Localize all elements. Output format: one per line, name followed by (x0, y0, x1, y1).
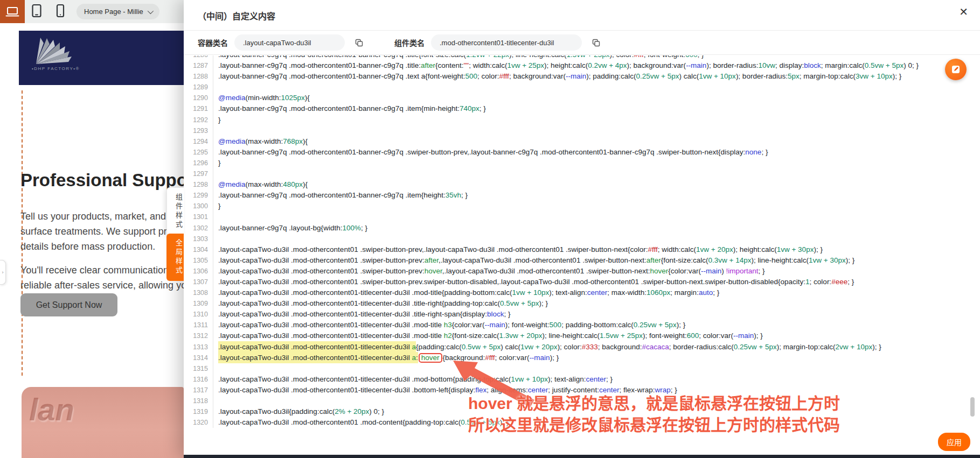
container-class-input[interactable]: .layout-capaTwo-du3il (234, 34, 345, 51)
code-line: 1296} (184, 158, 980, 168)
code-line: 1298@media(max-width:480px){ (184, 179, 980, 190)
code-line: 1288.layout-banner-c9g7q .mod-otherconte… (184, 71, 980, 82)
apply-button[interactable]: 应用 (938, 433, 970, 451)
close-icon[interactable]: ✕ (959, 6, 968, 17)
code-line: 1311.layout-capaTwo-du3il .mod-othercont… (184, 320, 980, 330)
tab-global-style[interactable]: 全局样式 (166, 234, 184, 281)
code-line: 1292} (184, 115, 980, 125)
classname-form-row: 容器类名 .layout-capaTwo-du3il 组件类名 .mod-oth… (184, 30, 980, 55)
code-line: 1304.layout-capaTwo-du3il .mod-othercont… (184, 244, 980, 255)
tablet-device-button[interactable] (25, 0, 48, 23)
container-class-label: 容器类名 (198, 37, 228, 48)
preview-paragraph-2: You'll receive clear communication, prac… (20, 263, 184, 293)
page-selector-label: Home Page - Millie (84, 8, 143, 16)
expand-arrow-icon: › (2, 270, 4, 275)
code-line: 1310.layout-capaTwo-du3il .mod-othercont… (184, 309, 980, 320)
preview-heading: Professional Support S (20, 170, 184, 191)
code-line: 1315 (184, 363, 980, 374)
preview-paragraph-1: Tell us your products, market, and goals… (20, 209, 184, 254)
device-toolbar: Home Page - Millie (0, 0, 184, 23)
code-line: 1294@media(max-width:768px){ (184, 136, 980, 147)
fan-logo (31, 36, 85, 67)
site-banner: •DHP FACTORY•® (19, 31, 184, 85)
tab-component-style[interactable]: 组件样式 (166, 187, 184, 236)
code-line: 1303 (184, 234, 980, 244)
copy-component-class-button[interactable] (588, 35, 603, 50)
code-line: 1312.layout-capaTwo-du3il .mod-othercont… (184, 330, 980, 341)
paragraph-line: reliable after-sales service, allowing y… (20, 278, 184, 293)
paragraph-line: details before mass production. (20, 239, 184, 254)
code-line: 1289 (184, 82, 980, 93)
preview-product-image: lan (22, 387, 184, 458)
code-line: 1295.layout-banner-c9g7q .mod-otherconte… (184, 147, 980, 158)
page-preview-canvas: Home Page - Millie •DH (0, 0, 184, 458)
get-support-button[interactable]: Get Support Now (20, 293, 117, 316)
bottom-dark-strip (184, 455, 980, 458)
custom-content-panel: （中间）自定义内容 ✕ 容器类名 .layout-capaTwo-du3il 组… (184, 0, 980, 458)
code-line: 1318 (184, 396, 980, 406)
code-line: 1290@media(min-width:1025px){ (184, 93, 980, 103)
laptop-icon (5, 6, 19, 18)
component-class-input[interactable]: .mod-othercontent01-titlecenter-du3il (431, 34, 582, 51)
smartphone-icon (56, 4, 65, 20)
tablet-icon (31, 4, 42, 20)
code-lines: 1286.layout-banner-c9g7q .mod-otherconte… (184, 55, 980, 428)
code-line: 1319.layout-capaTwo-du3il{padding:calc(2… (184, 406, 980, 417)
feedback-badge-button[interactable] (945, 59, 967, 80)
copy-icon (355, 39, 363, 47)
code-line: 1314.layout-capaTwo-du3il .mod-othercont… (184, 353, 980, 363)
code-line: 1286.layout-banner-c9g7q .mod-otherconte… (184, 55, 980, 60)
code-line: 1299.layout-banner-c9g7q .mod-otherconte… (184, 190, 980, 201)
code-line: 1293 (184, 125, 980, 136)
code-line: 1297 (184, 168, 980, 179)
hover-keyword-highlight-box: hover (419, 353, 442, 363)
paragraph-line: You'll receive clear communication, prac… (20, 263, 184, 278)
copy-container-class-button[interactable] (351, 35, 366, 50)
code-line: 1306.layout-capaTwo-du3il .mod-othercont… (184, 266, 980, 277)
code-line: 1313.layout-capaTwo-du3il .mod-othercont… (184, 342, 980, 353)
paragraph-line: surface treatments. We support prototypi… (20, 224, 184, 239)
code-line: 1301 (184, 212, 980, 222)
component-class-label: 组件类名 (394, 37, 425, 48)
code-line: 1291.layout-banner-c9g7q .mod-otherconte… (184, 103, 980, 114)
code-line: 1302.layout-banner-c9g7q .layout-bg{widt… (184, 223, 980, 234)
code-line: 1320.layout-capaTwo-du3il .mod-othercont… (184, 417, 980, 428)
mobile-device-button[interactable] (48, 0, 72, 23)
code-line: 1287.layout-banner-c9g7q .mod-otherconte… (184, 60, 980, 71)
image-embossed-text: lan (29, 391, 74, 427)
code-line: 1308.layout-capaTwo-du3il .mod-othercont… (184, 287, 980, 298)
code-line: 1316.layout-capaTwo-du3il .mod-othercont… (184, 374, 980, 385)
edit-note-icon (950, 64, 961, 75)
copy-icon (592, 39, 600, 47)
code-line: 1309.layout-capaTwo-du3il .mod-othercont… (184, 298, 980, 309)
editor-window: Home Page - Millie •DH (0, 0, 980, 458)
css-code-editor[interactable]: 1286.layout-banner-c9g7q .mod-otherconte… (184, 55, 980, 455)
sidebar-collapse-handle[interactable]: › (0, 260, 6, 285)
desktop-device-button[interactable] (0, 0, 25, 23)
code-line: 1307.layout-capaTwo-du3il .mod-othercont… (184, 277, 980, 287)
code-line: 1305.layout-capaTwo-du3il .mod-othercont… (184, 255, 980, 266)
logo-text: •DHP FACTORY•® (32, 66, 80, 71)
panel-title: （中间）自定义内容 (198, 9, 275, 22)
code-line: 1300} (184, 201, 980, 212)
scrollbar-thumb[interactable] (970, 397, 975, 417)
code-line: 1317.layout-capaTwo-du3il .mod-othercont… (184, 385, 980, 396)
paragraph-line: Tell us your products, market, and goals… (20, 209, 184, 224)
page-selector-dropdown[interactable]: Home Page - Millie (77, 4, 159, 19)
chevron-down-icon (148, 8, 154, 13)
